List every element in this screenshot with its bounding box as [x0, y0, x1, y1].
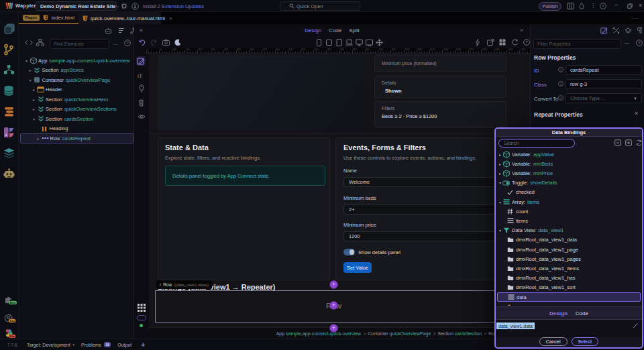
tree-item-cardsrepeat[interactable]: ▸RowcardsRepeat [20, 133, 134, 143]
canvas-help-icon[interactable]: ? [523, 39, 530, 46]
window-minimize-icon[interactable]: – [614, 1, 618, 8]
layout-columns-icon[interactable] [567, 3, 574, 9]
binding-item-count[interactable]: count [497, 207, 641, 216]
dialog-search-input[interactable]: Search [498, 139, 575, 148]
binding-chevron-icon[interactable]: ▸ [498, 171, 502, 176]
project-selector[interactable]: Demo Dynamic Real Estate Site ⌄ [36, 1, 117, 11]
binding-item-data_view1[interactable]: ▾Data View:data_view1 [497, 226, 641, 235]
binding-item-dmxroot_data_view1_page[interactable]: dmxRoot_data_view1_page [497, 245, 641, 254]
properties-help-icon[interactable]: ? [636, 40, 643, 46]
view-tab-split[interactable]: Split [349, 27, 360, 34]
rail-db-icon[interactable] [3, 85, 15, 97]
device-phone-icon[interactable] [315, 39, 323, 46]
output-button[interactable]: Output [117, 343, 131, 347]
add-panel-icon[interactable]: + [141, 341, 145, 349]
visibility-eye-icon[interactable] [138, 114, 146, 119]
tree-item-appstores[interactable]: ▸SectionappStores [20, 66, 134, 76]
binding-item-minbeds[interactable]: ▸Variable:minBeds [497, 159, 641, 168]
theme-droplet-icon[interactable] [579, 3, 584, 9]
bootstrap-tools-icon[interactable] [612, 27, 620, 34]
element-breadcrumb[interactable]: App sample-app-connect-quick-overview>Co… [149, 327, 530, 339]
rail-puzzle-icon[interactable]: Beta [4, 295, 14, 305]
refresh-icon[interactable] [511, 39, 519, 46]
add-before-button[interactable]: + [329, 280, 338, 289]
binding-item-dmxroot_data_view1_sort[interactable]: dmxRoot_data_view1_sort [497, 283, 641, 292]
view-tab-code[interactable]: Code [329, 27, 341, 34]
binding-item-dmxroot_data_view1_pages[interactable]: dmxRoot_data_view1_pages [497, 254, 641, 264]
tree-chevron-icon[interactable]: ▾ [24, 58, 29, 63]
property-input-convert-to[interactable]: Choose Type ...▼ [566, 93, 642, 103]
window-maximize-icon[interactable] [627, 3, 633, 9]
binding-item-data[interactable]: data [497, 292, 641, 302]
binding-chevron-icon[interactable]: ▾ [498, 180, 502, 185]
collapse-right-panel-icon[interactable]: » [520, 27, 523, 34]
add-after-button[interactable]: + [329, 324, 338, 333]
edit-element-icon[interactable] [136, 56, 146, 66]
rail-gear-icon[interactable]: Exp [4, 313, 14, 323]
add-inside-button[interactable]: + [329, 301, 338, 310]
paragraph-format-icon[interactable] [637, 27, 643, 34]
find-elements-input[interactable]: Find Elements [50, 39, 109, 49]
edit-properties-icon[interactable] [600, 27, 608, 34]
breadcrumb-label[interactable]: Section [437, 331, 454, 336]
binding-item-items[interactable]: items [497, 216, 641, 225]
pages-badge[interactable]: Pages [23, 15, 40, 21]
ai-assistant-icon[interactable] [105, 27, 112, 34]
tree-chevron-icon[interactable]: ▸ [32, 97, 36, 102]
tree-item-quickoverviewpage[interactable]: ▾ContainerquickOverviewPage [20, 75, 134, 85]
binding-item-minprice[interactable]: ▸Variable:minPrice [497, 168, 641, 178]
dialog-tab-code[interactable]: Code [576, 310, 588, 316]
view-tab-design[interactable]: Design [305, 27, 321, 34]
rail-server-icon[interactable] [3, 106, 15, 118]
property-input-id[interactable]: cardsRepeat [566, 65, 642, 75]
refresh-bindings-icon[interactable] [635, 139, 643, 146]
window-close-icon[interactable]: × [639, 2, 642, 9]
grid-view-icon[interactable] [499, 39, 506, 46]
magic-wand-icon[interactable] [633, 323, 639, 329]
deploy-rocket-icon[interactable] [131, 3, 139, 10]
tree-item-header[interactable]: ▸Header [20, 85, 134, 95]
device-tablet-icon[interactable] [335, 39, 343, 46]
project-settings-icon[interactable] [121, 3, 127, 9]
tree-chevron-icon[interactable]: ▸ [32, 87, 36, 92]
device-phablet-icon[interactable] [325, 39, 333, 46]
dark-mode-moon-icon[interactable] [174, 39, 181, 46]
device-desktop-icon[interactable] [356, 39, 363, 46]
badge-chevron[interactable]: ‹ [160, 282, 161, 287]
info-icon[interactable]: i [558, 67, 564, 72]
rail-pinwheel-icon[interactable]: Pro [4, 329, 14, 339]
binding-chevron-icon[interactable]: ▾ [498, 228, 502, 233]
device-tv-icon[interactable] [366, 39, 373, 46]
sitemap-icon[interactable] [36, 39, 44, 46]
rail-pages-icon[interactable] [3, 23, 15, 35]
tree-chevron-icon[interactable]: ▾ [28, 78, 33, 82]
undo-icon[interactable] [138, 39, 146, 46]
tree-item-cardssection[interactable]: ▾SectioncardsSection [20, 114, 134, 124]
breadcrumb-value[interactable]: sample-app-connect-quick-overview [286, 331, 361, 336]
rail-robot-icon[interactable] [3, 168, 15, 180]
filter-properties-input[interactable]: Filter Properties [533, 39, 621, 49]
pin-element-icon[interactable] [139, 84, 144, 93]
field-input-name[interactable]: Welcome [343, 177, 501, 187]
tab-quick-overview[interactable]: quick-overview--tour-manual.html × [78, 12, 161, 24]
breadcrumb-value[interactable]: cardsSection [455, 331, 482, 336]
tree-chevron-icon[interactable]: ▸ [32, 107, 36, 111]
redo-icon[interactable] [150, 39, 158, 46]
expression-area[interactable]: data_view1.data [496, 320, 642, 337]
rail-nodes-icon[interactable] [3, 64, 15, 76]
grid-handle-icon[interactable] [138, 304, 146, 312]
breadcrumb-label[interactable]: App [276, 331, 286, 336]
tabbar-overflow-icon[interactable]: ... [631, 13, 639, 20]
binding-item-appvalue[interactable]: ▸Variable:appValue [497, 150, 641, 159]
binding-item-items[interactable]: ▾Array:items [497, 197, 641, 207]
binding-item-dmxroot_data_view1_data[interactable]: dmxRoot_data_view1_data [497, 235, 641, 245]
collapse-sections-icon[interactable]: — [625, 40, 629, 45]
repeat-close-icon[interactable]: × [635, 110, 638, 117]
quick-open-search[interactable]: Quick Open [280, 1, 360, 11]
cancel-button[interactable]: Cancel [539, 337, 568, 346]
dialog-tab-design[interactable]: Design [549, 310, 568, 316]
find-more-icon[interactable]: ... [113, 40, 118, 46]
binding-chevron-icon[interactable]: ▾ [498, 200, 502, 205]
collapse-all-icon[interactable] [614, 139, 621, 146]
tree-chevron-icon[interactable]: ▸ [28, 68, 33, 72]
